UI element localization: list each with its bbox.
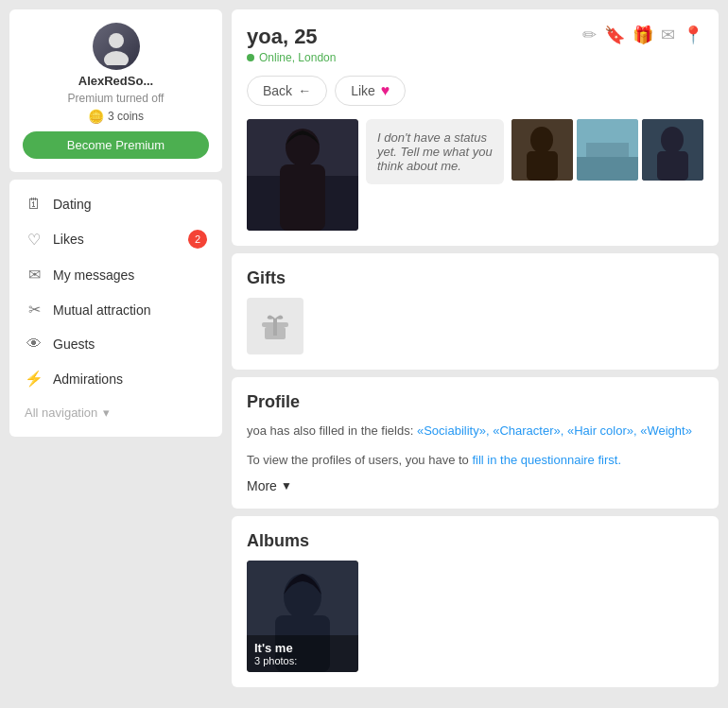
like-label: Like bbox=[351, 83, 375, 98]
sidebar-premium-status: Premium turned off bbox=[68, 92, 165, 105]
albums-card: Albums It's me 3 photos: bbox=[232, 516, 719, 687]
album-name: It's me bbox=[254, 641, 351, 655]
chevron-down-icon: ▾ bbox=[103, 406, 110, 420]
svg-rect-11 bbox=[586, 143, 629, 157]
fields-intro: yoa has also filled in the fields: bbox=[247, 423, 417, 438]
svg-rect-17 bbox=[273, 319, 277, 336]
svg-rect-10 bbox=[577, 157, 638, 181]
mail-icon: ✉ bbox=[661, 25, 675, 45]
pencil-icon: ✏ bbox=[582, 25, 597, 45]
questionnaire-link[interactable]: fill in the questionnaire first. bbox=[472, 453, 621, 467]
photos-row: I don't have a status yet. Tell me what … bbox=[247, 119, 703, 231]
album-item[interactable]: It's me 3 photos: bbox=[247, 561, 358, 672]
profile-header: yoa, 25 Online, London ✏ 🔖 🎁 ✉ 📍 bbox=[247, 25, 703, 64]
main-profile-photo[interactable] bbox=[247, 119, 358, 231]
all-nav-label: All navigation bbox=[25, 406, 97, 420]
sidebar-item-guests[interactable]: 👁 Guests bbox=[9, 327, 222, 361]
avatar bbox=[93, 23, 140, 70]
svg-point-13 bbox=[661, 127, 684, 153]
sidebar: AlexRedSo... Premium turned off 🪙 3 coin… bbox=[9, 9, 222, 699]
svg-rect-5 bbox=[280, 164, 325, 231]
profile-note: To view the profiles of users, you have … bbox=[247, 451, 703, 471]
albums-title: Albums bbox=[247, 531, 703, 551]
album-overlay: It's me 3 photos: bbox=[247, 635, 358, 672]
gift-icon: 🎁 bbox=[633, 25, 653, 45]
sidebar-item-mutual[interactable]: ✂ Mutual attraction bbox=[9, 292, 222, 327]
profile-title: yoa, 25 bbox=[247, 25, 336, 49]
dating-icon: 🗓 bbox=[25, 196, 43, 213]
all-navigation[interactable]: All navigation ▾ bbox=[9, 396, 222, 429]
main-content: yoa, 25 Online, London ✏ 🔖 🎁 ✉ 📍 Back bbox=[232, 9, 719, 699]
profile-fields-text: yoa has also filled in the fields: «Soci… bbox=[247, 422, 703, 441]
online-text: Online, London bbox=[259, 51, 336, 64]
online-row: Online, London bbox=[247, 51, 336, 64]
svg-rect-14 bbox=[657, 151, 688, 181]
header-icons: ✏ 🔖 🎁 ✉ 📍 bbox=[582, 25, 703, 45]
messages-label: My messages bbox=[53, 268, 134, 283]
gifts-title: Gifts bbox=[247, 268, 703, 288]
dating-label: Dating bbox=[53, 197, 91, 212]
gift-placeholder bbox=[247, 298, 303, 354]
heart-icon: ♥ bbox=[381, 82, 390, 99]
become-premium-button[interactable]: Become Premium bbox=[23, 131, 209, 159]
coins-row: 🪙 3 coins bbox=[88, 109, 144, 124]
svg-point-7 bbox=[530, 127, 553, 153]
svg-point-0 bbox=[109, 33, 124, 48]
nav-card: 🗓 Dating ♡ Likes 2 ✉ My messages ✂ Mutua… bbox=[9, 180, 222, 437]
admirations-label: Admirations bbox=[53, 371, 123, 387]
coin-icon: 🪙 bbox=[88, 109, 104, 124]
sidebar-item-dating[interactable]: 🗓 Dating bbox=[9, 187, 222, 221]
photo-thumb-2[interactable] bbox=[577, 119, 638, 181]
arrow-left-icon: ← bbox=[298, 83, 311, 98]
bookmark-icon: 🔖 bbox=[604, 25, 625, 45]
sidebar-item-likes[interactable]: ♡ Likes 2 bbox=[9, 221, 222, 257]
profile-main-card: yoa, 25 Online, London ✏ 🔖 🎁 ✉ 📍 Back bbox=[232, 9, 719, 246]
guests-label: Guests bbox=[53, 337, 95, 352]
coins-count: 3 coins bbox=[108, 110, 144, 123]
thumbnail-row bbox=[511, 119, 703, 181]
guests-icon: 👁 bbox=[25, 336, 43, 353]
likes-badge: 2 bbox=[188, 230, 207, 249]
sidebar-username: AlexRedSo... bbox=[78, 74, 153, 88]
profile-card: AlexRedSo... Premium turned off 🪙 3 coin… bbox=[9, 9, 222, 172]
mutual-label: Mutual attraction bbox=[53, 302, 151, 318]
photo-thumb-3[interactable] bbox=[642, 119, 703, 181]
admirations-icon: ⚡ bbox=[25, 370, 43, 388]
status-text: I don't have a status yet. Tell me what … bbox=[377, 130, 493, 173]
note-text: To view the profiles of users, you have … bbox=[247, 453, 472, 467]
more-row[interactable]: More ▼ bbox=[247, 478, 703, 493]
more-label: More bbox=[247, 478, 277, 493]
like-button[interactable]: Like ♥ bbox=[335, 76, 406, 106]
profile-info: yoa, 25 Online, London bbox=[247, 25, 336, 64]
profile-section-title: Profile bbox=[247, 392, 703, 412]
chevron-down-icon: ▼ bbox=[281, 479, 292, 492]
profile-fields[interactable]: «Sociability», «Character», «Hair color»… bbox=[417, 423, 692, 438]
action-buttons: Back ← Like ♥ bbox=[247, 76, 703, 106]
mutual-icon: ✂ bbox=[25, 301, 43, 319]
likes-icon: ♡ bbox=[25, 231, 43, 249]
sidebar-item-messages[interactable]: ✉ My messages bbox=[9, 257, 222, 292]
profile-section-card: Profile yoa has also filled in the field… bbox=[232, 377, 719, 509]
svg-point-1 bbox=[104, 51, 129, 65]
status-bubble: I don't have a status yet. Tell me what … bbox=[366, 119, 504, 184]
gifts-card: Gifts bbox=[232, 253, 719, 370]
photo-thumb-1[interactable] bbox=[511, 119, 573, 181]
location-icon: 📍 bbox=[683, 25, 703, 45]
likes-label: Likes bbox=[53, 232, 84, 247]
online-dot bbox=[247, 54, 254, 61]
album-count: 3 photos: bbox=[254, 655, 351, 666]
back-label: Back bbox=[263, 83, 292, 98]
sidebar-item-admirations[interactable]: ⚡ Admirations bbox=[9, 361, 222, 396]
svg-rect-8 bbox=[527, 151, 558, 181]
back-button[interactable]: Back ← bbox=[247, 76, 327, 106]
thumbnail-strip bbox=[511, 119, 703, 181]
messages-icon: ✉ bbox=[25, 266, 43, 284]
